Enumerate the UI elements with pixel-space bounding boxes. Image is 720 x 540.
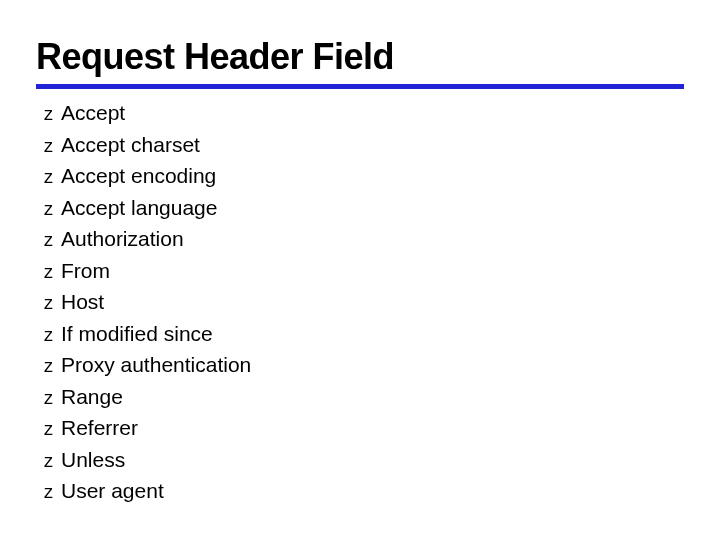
list-item-label: Range xyxy=(61,381,123,413)
list-item-label: Host xyxy=(61,286,104,318)
list-item: zReferrer xyxy=(44,412,684,444)
list-item: zFrom xyxy=(44,255,684,287)
list-item-label: Authorization xyxy=(61,223,184,255)
bullet-icon: z xyxy=(44,448,53,475)
list-item-label: Referrer xyxy=(61,412,138,444)
list-item-label: Accept encoding xyxy=(61,160,216,192)
list-item-label: Accept language xyxy=(61,192,217,224)
list-item-label: Proxy authentication xyxy=(61,349,251,381)
list-item: zProxy authentication xyxy=(44,349,684,381)
list-item: zAccept language xyxy=(44,192,684,224)
list-item-label: Unless xyxy=(61,444,125,476)
slide-container: Request Header Field zAccept zAccept cha… xyxy=(0,0,720,507)
list-item-label: If modified since xyxy=(61,318,213,350)
list-item: zRange xyxy=(44,381,684,413)
list-item: zUser agent xyxy=(44,475,684,507)
list-item-label: Accept xyxy=(61,97,125,129)
slide-title: Request Header Field xyxy=(36,36,684,78)
bullet-icon: z xyxy=(44,227,53,254)
list-item-label: Accept charset xyxy=(61,129,200,161)
bullet-icon: z xyxy=(44,290,53,317)
bullet-icon: z xyxy=(44,164,53,191)
bullet-icon: z xyxy=(44,385,53,412)
list-item: zUnless xyxy=(44,444,684,476)
list-item: zAccept charset xyxy=(44,129,684,161)
list-item: zAuthorization xyxy=(44,223,684,255)
list-item-label: From xyxy=(61,255,110,287)
bullet-icon: z xyxy=(44,101,53,128)
list-item: zAccept encoding xyxy=(44,160,684,192)
list-item-label: User agent xyxy=(61,475,164,507)
bullet-icon: z xyxy=(44,196,53,223)
bullet-icon: z xyxy=(44,353,53,380)
bullet-list: zAccept zAccept charset zAccept encoding… xyxy=(36,97,684,507)
bullet-icon: z xyxy=(44,322,53,349)
bullet-icon: z xyxy=(44,259,53,286)
bullet-icon: z xyxy=(44,416,53,443)
list-item: zAccept xyxy=(44,97,684,129)
bullet-icon: z xyxy=(44,479,53,506)
bullet-icon: z xyxy=(44,133,53,160)
title-underline xyxy=(36,84,684,89)
list-item: zIf modified since xyxy=(44,318,684,350)
list-item: zHost xyxy=(44,286,684,318)
